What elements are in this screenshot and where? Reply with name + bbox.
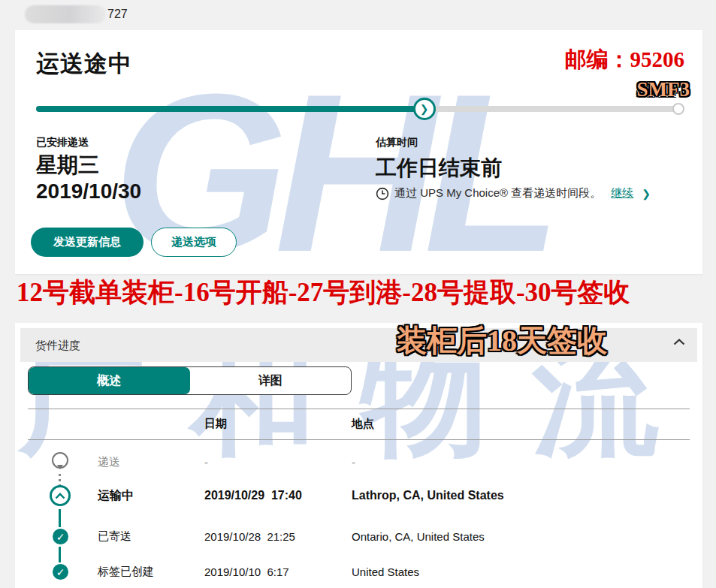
schedule-annotation: 12号截单装柜-16号开船-27号到港-28号提取-30号签收 (17, 275, 630, 310)
tab-overview[interactable]: 概述 (29, 367, 190, 394)
postal-code-annotation: 邮编：95206 (565, 45, 685, 75)
progress-card-title: 货件进度 (35, 328, 80, 362)
timeline-connector (59, 547, 61, 562)
progress-indicator-chevron-icon: ❯ (413, 98, 436, 120)
action-buttons: 发送更新信息 递送选项 (31, 228, 237, 257)
row-date: - (204, 456, 208, 469)
clock-icon (376, 187, 389, 201)
table-divider (28, 439, 690, 440)
scheduled-delivery-day: 星期三 (36, 151, 99, 179)
column-header-location: 地点 (352, 417, 374, 431)
mychoice-note: 通过 UPS My Choice® 查看递送时间段。 继续 ❯ (376, 186, 651, 201)
row-status: 运输中 (98, 488, 199, 504)
mychoice-note-text: 通过 UPS My Choice® 查看递送时间段。 (394, 186, 601, 201)
redacted-tracking-number (25, 5, 106, 23)
chevron-right-icon: ❯ (420, 103, 429, 115)
row-date: 2019/10/29 17:40 (204, 489, 302, 502)
shipment-progress-card: 货件进度 装柜后18天签收 概述 详图 日期 地点 ✓ ✓ 递送 - - 运输中… (15, 323, 702, 588)
facility-code-annotation: SMF3 (637, 78, 690, 101)
row-date: 2019/10/10 6:17 (204, 565, 289, 578)
row-location: United States (352, 565, 419, 578)
row-status: 已寄送 (98, 529, 199, 544)
continue-link[interactable]: 继续 (611, 186, 633, 201)
progress-bar: ❯ (36, 106, 683, 112)
timeline-row: 递送 - - (15, 453, 702, 471)
row-date: 2019/10/28 21:25 (204, 530, 295, 543)
row-status: 标签已创建 (98, 565, 199, 579)
page-title: 运送途中 (36, 48, 132, 80)
progress-fill (36, 106, 424, 112)
collapse-chevron-icon[interactable] (673, 339, 685, 345)
sign-days-annotation: 装柜后18天签收 (397, 320, 607, 361)
progress-end-marker (672, 103, 684, 115)
row-location: - (352, 456, 355, 469)
estimated-time-label: 估算时间 (376, 136, 418, 149)
row-status: 递送 (98, 455, 199, 469)
timeline-row: 运输中 2019/10/29 17:40 Lathrop, CA, United… (15, 487, 702, 505)
timeline-row: 标签已创建 2019/10/10 6:17 United States (15, 562, 702, 580)
scheduled-delivery-label: 已安排递送 (36, 136, 89, 149)
column-header-date: 日期 (204, 417, 227, 431)
delivery-options-button[interactable]: 递送选项 (151, 228, 237, 257)
estimated-time-value: 工作日结束前 (376, 154, 502, 182)
scheduled-delivery-date: 2019/10/30 (36, 179, 141, 204)
send-updates-button[interactable]: 发送更新信息 (31, 228, 144, 257)
row-location: Lathrop, CA, United States (352, 489, 504, 502)
row-location: Ontario, CA, United States (352, 530, 485, 543)
timeline-row: 已寄送 2019/10/28 21:25 Ontario, CA, United… (15, 527, 702, 545)
chevron-right-icon: ❯ (642, 188, 651, 200)
timeline-connector (59, 509, 61, 527)
tab-detail[interactable]: 详图 (190, 367, 352, 394)
status-card: 运送途中 邮编：95206 SMF3 ❯ 已安排递送 星期三 2019/10/3… (15, 30, 702, 274)
table-divider (28, 409, 690, 409)
view-tabs: 概述 详图 (28, 366, 352, 395)
tracking-number-suffix: 727 (107, 8, 128, 21)
